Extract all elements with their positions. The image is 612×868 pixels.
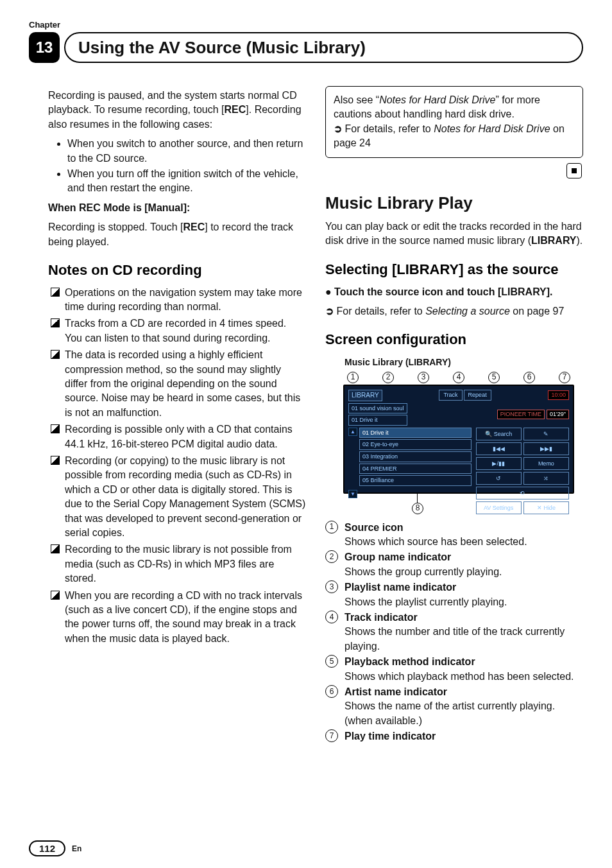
section-end-icon: [325, 163, 582, 178]
group-name-indicator: 01 sound vision soul: [348, 403, 407, 414]
legend-desc: Shows which source has been selected.: [344, 535, 583, 549]
legend-item: Source iconShows which source has been s…: [325, 521, 583, 550]
note-item: Operations on the navigation system may …: [48, 286, 306, 315]
legend-item: Playlist name indicatorShows the playlis…: [325, 580, 583, 609]
library-label: LIBRARY: [531, 235, 577, 246]
text: Also see “Notes for Hard Disk Drive” for…: [334, 93, 575, 122]
rec-label: REC: [183, 221, 205, 232]
legend-desc: Shows which playback method has been sel…: [344, 670, 583, 684]
track-item[interactable]: 01 Drive it: [359, 428, 472, 438]
step-bullet: Touch the source icon and touch [LIBRARY…: [325, 285, 583, 299]
next-button[interactable]: ▶▶▮: [523, 442, 569, 455]
source-label[interactable]: LIBRARY: [348, 390, 382, 401]
ref-title: Selecting a source: [425, 306, 510, 317]
play-pause-button[interactable]: ▶/▮▮: [476, 457, 522, 470]
chapter-number-badge: 13: [29, 32, 60, 63]
bullet-item: When you switch to another source, and t…: [67, 137, 306, 166]
callout-row-top: 1 2 3 4 5 6 7: [343, 372, 574, 385]
random-button[interactable]: ⤮: [523, 472, 569, 485]
note-item: Recording is possible only with a CD tha…: [48, 422, 306, 451]
cross-reference: For details, refer to Notes for Hard Dis…: [334, 122, 575, 151]
heading-notes-on-cd-recording: Notes on CD recording: [48, 261, 306, 281]
bullet-item: When you turn off the ignition switch of…: [67, 167, 306, 196]
callout-5: 5: [488, 372, 500, 383]
bullet-list: When you switch to another source, and t…: [67, 137, 306, 196]
control-grid: 🔍 Search ✎ ▮◀◀ ▶▶▮ ▶/▮▮ Memo ↺ ⤮ ⟲ AV Se…: [473, 428, 569, 498]
left-column: Recording is paused, and the system star…: [48, 83, 306, 823]
legend-label: Track indicator: [344, 612, 418, 623]
legend-item: Group name indicatorShows the group curr…: [325, 550, 583, 579]
prev-button[interactable]: ▮◀◀: [476, 442, 522, 455]
subheading-manual: When REC Mode is [Manual]:: [48, 201, 306, 215]
note-item: When you are recording a CD with no trac…: [48, 589, 306, 647]
text: ).: [577, 235, 583, 246]
callout-8: 8: [412, 503, 423, 514]
page-footer: 112 En: [29, 840, 81, 856]
screenshot-body: LIBRARY Track Repeat 10:00 01 sound visi…: [343, 385, 574, 494]
legend-list: Source iconShows which source has been s…: [325, 521, 583, 744]
clock-display: 10:00: [548, 390, 569, 400]
track-item[interactable]: 03 Integration: [359, 451, 472, 462]
text: For details, refer to: [336, 306, 425, 317]
legend-item: Track indicatorShows the number and titl…: [325, 611, 583, 654]
callout-3: 3: [418, 372, 429, 383]
right-column: Also see “Notes for Hard Disk Drive” for…: [325, 83, 583, 823]
callout-2: 2: [382, 372, 394, 383]
text: For details, refer to: [344, 123, 434, 134]
search-button[interactable]: 🔍 Search: [476, 428, 522, 440]
legend-item: Play time indicator: [325, 729, 583, 743]
legend-label: Artist name indicator: [344, 686, 447, 697]
legend-label: Group name indicator: [344, 551, 451, 562]
cross-reference: For details, refer to Selecting a source…: [325, 304, 583, 318]
notes-list: Operations on the navigation system may …: [48, 286, 306, 646]
heading-screen-configuration: Screen configuration: [325, 330, 583, 350]
rec-label: REC: [225, 104, 246, 115]
tab-repeat[interactable]: Repeat: [464, 390, 491, 401]
see-also-box: Also see “Notes for Hard Disk Drive” for…: [325, 86, 583, 158]
callout-1: 1: [347, 372, 359, 383]
note-item: Recording (or copying) to the music libr…: [48, 454, 306, 540]
legend-label: Playback method indicator: [344, 656, 475, 667]
track-item[interactable]: 02 Eye-to-eye: [359, 439, 472, 450]
legend-label: Play time indicator: [344, 731, 436, 742]
heading-selecting-library: Selecting [LIBRARY] as the source: [325, 260, 583, 280]
legend-item: Artist name indicatorShows the name of t…: [325, 685, 583, 728]
text: on page 97: [510, 306, 565, 317]
callout-row-bottom: 8: [343, 494, 574, 512]
heading-music-library-play: Music Library Play: [325, 191, 583, 214]
note-item: The data is recorded using a highly effi…: [48, 348, 306, 420]
callout-6: 6: [523, 372, 535, 383]
paragraph: Recording is paused, and the system star…: [48, 89, 306, 132]
paragraph: You can play back or edit the tracks rec…: [325, 220, 583, 248]
callout-4: 4: [453, 372, 464, 383]
playlist-name-indicator: 01 Drive it: [348, 415, 407, 426]
scroll-up-icon[interactable]: ▲: [348, 428, 357, 436]
track-item[interactable]: 04 PREMIER: [359, 464, 472, 474]
note-item: Recording to the music library is not po…: [48, 542, 306, 586]
artist-name-indicator: PIONEER TIME: [497, 410, 545, 419]
text: Recording is stopped. Touch [: [48, 221, 183, 232]
repeat-button[interactable]: ↺: [476, 472, 522, 485]
legend-item: Playback method indicatorShows which pla…: [325, 655, 583, 684]
track-list: 01 Drive it 02 Eye-to-eye 03 Integration…: [357, 428, 473, 498]
ref-title: Notes for Hard Disk Drive: [379, 94, 495, 105]
legend-label: Source icon: [344, 522, 404, 533]
legend-label: Playlist name indicator: [344, 582, 456, 593]
tab-track[interactable]: Track: [439, 390, 462, 401]
screenshot-caption: Music Library (LIBRARY): [344, 356, 583, 369]
track-scroll-nav: ▲ ▼: [348, 428, 357, 498]
ui-screenshot: 1 2 3 4 5 6 7 LIBRARY Track Repeat 10:00: [343, 372, 574, 512]
play-time-indicator: 01'29": [547, 410, 569, 419]
memo-button[interactable]: Memo: [523, 457, 569, 470]
legend-desc: Shows the playlist currently playing.: [344, 595, 583, 609]
track-item[interactable]: 05 Brilliance: [359, 475, 472, 486]
chapter-title: Using the AV Source (Music Library): [64, 32, 583, 63]
page-language: En: [72, 844, 81, 853]
note-item: Tracks from a CD are recorded in 4 times…: [48, 317, 306, 345]
text: Also see “: [334, 94, 379, 105]
edit-button[interactable]: ✎: [523, 428, 569, 440]
legend-desc: Shows the name of the artist currently p…: [344, 699, 583, 728]
chapter-label: Chapter: [29, 20, 60, 30]
legend-desc: Shows the group currently playing.: [344, 565, 583, 579]
ref-title: Notes for Hard Disk Drive: [434, 123, 550, 134]
